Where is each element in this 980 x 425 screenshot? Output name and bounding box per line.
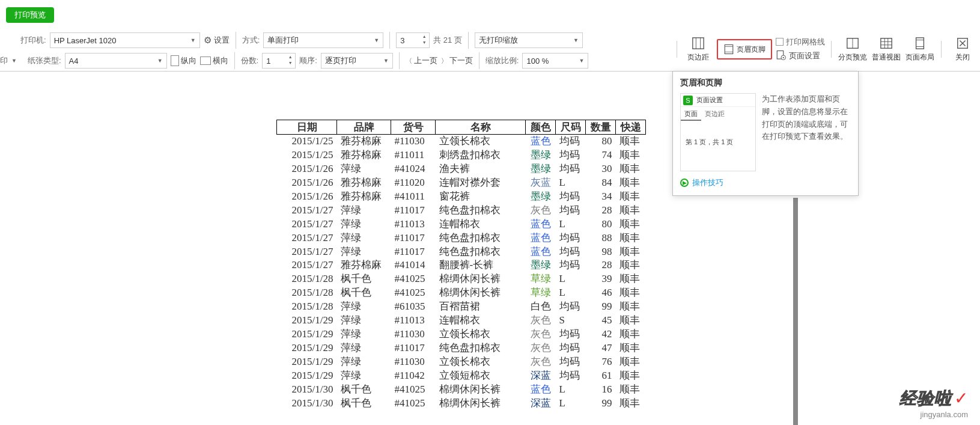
table-cell: 纯色盘扣棉衣 (436, 204, 526, 218)
copies-input[interactable]: 1 ▲▼ (262, 53, 296, 69)
close-button[interactable]: 关闭 (948, 31, 978, 67)
table-cell: 74 (586, 148, 616, 162)
svg-rect-3 (725, 45, 733, 54)
print-preview-pill[interactable]: 打印预览 (6, 7, 54, 23)
landscape-icon (200, 57, 211, 65)
svg-point-8 (783, 57, 784, 58)
page-layout-button[interactable]: 页面布局 (905, 31, 935, 67)
table-cell: 枫千色 (337, 383, 391, 397)
table-cell: 顺丰 (616, 231, 646, 245)
table-row: 2015/1/29萍绿#11013连帽棉衣灰色S45顺丰 (277, 314, 646, 328)
table-cell: 2015/1/27 (277, 231, 337, 245)
table-cell: 均码 (556, 369, 586, 383)
table-cell: 顺丰 (616, 369, 646, 383)
chevron-down-icon: ▼ (573, 37, 579, 43)
table-cell: 均码 (556, 162, 586, 176)
table-cell: 28 (586, 258, 616, 272)
table-cell: 蓝色 (526, 383, 556, 397)
chevron-right-icon: 〉 (441, 57, 448, 66)
prev-page-button[interactable]: 〈上一页 (406, 55, 437, 66)
table-row: 2015/1/28萍绿#61035百褶苗裙白色均码99顺丰 (277, 300, 646, 314)
table-row: 2015/1/27萍绿#11017纯色盘扣棉衣蓝色均码98顺丰 (277, 245, 646, 259)
table-cell: #11017 (391, 341, 436, 355)
table-cell: 2015/1/27 (277, 204, 337, 218)
mini-body-text: 第 1 页，共 1 页 (681, 121, 755, 147)
table-cell: 立领长棉衣 (436, 328, 526, 341)
table-row: 2015/1/30枫千色#41025棉绸休闲长裤蓝色L16顺丰 (277, 383, 646, 397)
spin-down-icon[interactable]: ▼ (421, 40, 428, 46)
split-preview-button[interactable]: 分页预览 (838, 31, 868, 67)
table-cell: 2015/1/27 (277, 218, 337, 231)
paper-type-select[interactable]: A4▼ (65, 53, 167, 69)
headerfooter-highlight-rect: 页眉页脚 (717, 39, 772, 60)
gridlines-checkbox[interactable]: 打印网格线 (776, 37, 825, 47)
next-page-button[interactable]: 〉下一页 (441, 55, 473, 66)
table-cell: 2015/1/28 (277, 286, 337, 300)
table-header: 名称 (436, 120, 526, 135)
table-cell: S (556, 314, 586, 328)
table-cell: 萍绿 (337, 204, 391, 218)
table-cell: 顺丰 (616, 328, 646, 341)
table-cell: 灰色 (526, 204, 556, 218)
table-cell: 蓝色 (526, 245, 556, 259)
page-settings-button[interactable]: 页面设置 (776, 50, 825, 63)
table-cell: 顺丰 (616, 135, 646, 148)
page-number-input[interactable]: 3 ▲▼ (396, 32, 430, 48)
table-cell: 雅芬棉麻 (337, 176, 391, 190)
split-preview-icon (846, 37, 859, 50)
table-cell: 雅芬棉麻 (337, 148, 391, 162)
table-cell: 窗花裤 (436, 190, 526, 204)
table-cell: L (556, 286, 586, 300)
table-row: 2015/1/27萍绿#11013连帽棉衣蓝色L80顺丰 (277, 218, 646, 231)
zoom-select[interactable]: 100 %▼ (522, 53, 588, 69)
table-cell: 立领短棉衣 (436, 369, 526, 383)
table-cell: 立领长棉衣 (436, 355, 526, 369)
orientation-portrait-button[interactable]: 纵向 (171, 55, 196, 66)
tooltip-desc: 为工作表添加页眉和页脚，设置的信息将显示在打印页的顶端或底端，可在打印预览下查看… (762, 93, 851, 143)
table-cell: 2015/1/30 (277, 397, 337, 411)
table-cell: 萍绿 (337, 314, 391, 328)
table-cell: 顺丰 (616, 397, 646, 411)
table-cell: #11030 (391, 135, 436, 148)
spin-up-icon[interactable]: ▲ (287, 55, 294, 61)
tooltip-tips-link[interactable]: ▶ 操作技巧 (680, 177, 851, 188)
table-cell: 萍绿 (337, 162, 391, 176)
table-cell: #11042 (391, 369, 436, 383)
table-row: 2015/1/29萍绿#11030立领长棉衣灰色均码76顺丰 (277, 355, 646, 369)
table-header: 品牌 (337, 120, 391, 135)
zoom-mode-select[interactable]: 无打印缩放▼ (475, 32, 583, 48)
table-cell: 灰蓝 (526, 176, 556, 190)
table-cell: #11013 (391, 218, 436, 231)
headerfooter-button[interactable]: 页眉页脚 (720, 41, 768, 57)
table-cell: 灰色 (526, 328, 556, 341)
table-cell: 均码 (556, 341, 586, 355)
table-row: 2015/1/26萍绿#41024渔夫裤墨绿均码30顺丰 (277, 162, 646, 176)
table-cell: 2015/1/27 (277, 245, 337, 259)
table-cell: 萍绿 (337, 300, 391, 314)
order-select[interactable]: 逐页打印▼ (321, 53, 393, 69)
spin-down-icon[interactable]: ▼ (287, 61, 294, 67)
table-cell: 顺丰 (616, 300, 646, 314)
watermark-line2: jingyanla.com (899, 410, 968, 419)
table-cell: 均码 (556, 245, 586, 259)
table-cell: 顺丰 (616, 383, 646, 397)
mini-tab-margins: 页边距 (701, 108, 728, 121)
printer-select[interactable]: HP LaserJet 1020▼ (50, 32, 200, 48)
table-cell: 萍绿 (337, 231, 391, 245)
normal-view-button[interactable]: 普通视图 (871, 31, 901, 67)
spin-up-icon[interactable]: ▲ (421, 34, 428, 40)
table-cell: 雅芬棉麻 (337, 190, 391, 204)
chevron-down-icon[interactable]: ▼ (11, 58, 17, 64)
table-cell: #11020 (391, 176, 436, 190)
table-cell: #11030 (391, 355, 436, 369)
print-mode-select[interactable]: 单面打印▼ (263, 32, 383, 48)
tooltip-title: 页眉和页脚 (680, 78, 851, 88)
table-cell: 47 (586, 341, 616, 355)
table-cell: 2015/1/26 (277, 162, 337, 176)
table-cell: 28 (586, 204, 616, 218)
orientation-landscape-button[interactable]: 横向 (200, 55, 228, 66)
table-cell: 萍绿 (337, 341, 391, 355)
margins-button[interactable]: 页边距 (683, 31, 713, 67)
table-cell: 2015/1/28 (277, 272, 337, 286)
printer-settings-button[interactable]: 设置 (204, 35, 230, 46)
